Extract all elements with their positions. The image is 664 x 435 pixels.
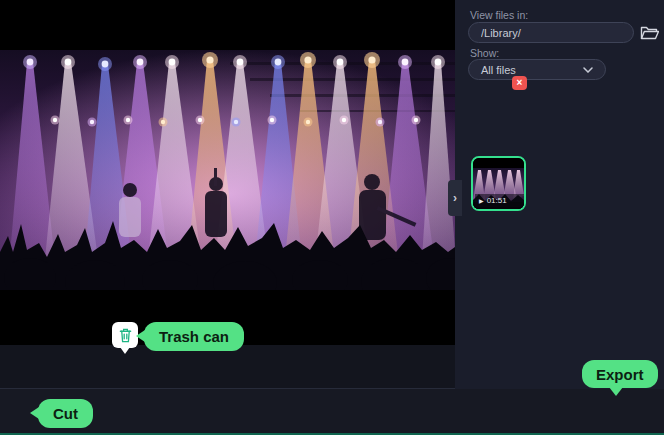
thumbnail-duration-bar: ▶ 01:51 <box>475 194 526 207</box>
trash-icon <box>118 327 133 343</box>
export-callout-label: Export <box>596 366 644 383</box>
file-filter-value: All files <box>481 64 516 76</box>
thumbnail-play-icon: ▶ <box>479 197 484 204</box>
file-filter-dropdown[interactable]: All files <box>468 59 606 80</box>
path-input[interactable] <box>468 22 634 43</box>
trash-callout: Trash can <box>144 322 244 351</box>
trash-pointer-tail <box>120 347 130 354</box>
remove-file-button[interactable]: × <box>512 76 527 90</box>
file-browser-sidebar: View files in: Show: All files <box>455 0 664 389</box>
video-thumbnail[interactable]: ▶ 01:51 <box>471 156 526 211</box>
show-filter-label: Show: <box>470 47 499 59</box>
export-callout: Export <box>582 360 658 388</box>
bottom-toolbar: Cut Share <box>0 388 664 433</box>
browse-folder-icon[interactable] <box>639 23 659 43</box>
chevron-down-icon <box>583 67 593 73</box>
trash-callout-label: Trash can <box>159 328 229 345</box>
thumbnail-duration: 01:51 <box>487 196 507 205</box>
sidebar-collapse-handle[interactable]: › <box>448 180 462 216</box>
trash-can-button[interactable] <box>112 322 138 348</box>
cut-callout-label: Cut <box>53 405 78 422</box>
media-item: ▶ 01:51 × <box>463 78 527 133</box>
cut-callout: Cut <box>38 399 93 428</box>
video-player[interactable] <box>0 0 455 345</box>
transport-controls: 00:00:03 00:01:51 <box>0 345 455 388</box>
video-frame <box>0 0 455 345</box>
close-x-icon: × <box>517 78 523 88</box>
view-files-label: View files in: <box>470 9 528 21</box>
export-callout-tail <box>609 387 623 396</box>
app-window: › 00:00:03 00:01:51 Cut <box>0 0 664 435</box>
chevron-right-icon: › <box>453 191 457 205</box>
